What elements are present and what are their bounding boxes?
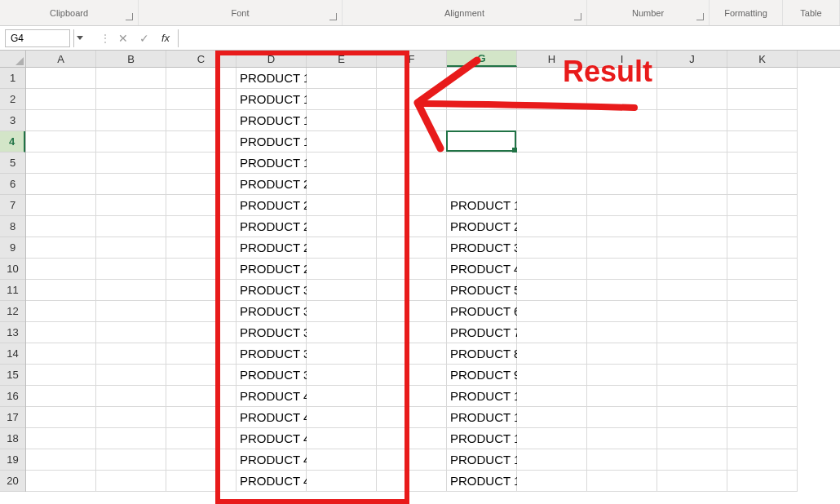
cell[interactable] [377, 174, 447, 195]
cell[interactable] [96, 471, 166, 492]
row-header[interactable]: 10 [0, 259, 25, 280]
cell[interactable] [377, 449, 447, 471]
cell[interactable] [517, 110, 587, 131]
cell[interactable] [166, 343, 237, 365]
cell[interactable] [307, 195, 377, 216]
cell[interactable] [377, 131, 447, 153]
cell[interactable] [517, 280, 587, 301]
cell[interactable] [727, 280, 798, 301]
cell[interactable] [727, 195, 798, 216]
cell[interactable] [517, 449, 587, 471]
cell[interactable] [96, 237, 166, 259]
cell[interactable] [517, 174, 587, 195]
cell[interactable] [26, 259, 96, 280]
cell[interactable]: PRODUCT 2 [237, 216, 307, 237]
cell[interactable] [307, 216, 377, 237]
cell[interactable] [96, 280, 166, 301]
cell[interactable] [96, 131, 166, 153]
cell[interactable]: PRODUCT 11 [447, 407, 517, 428]
cell[interactable] [96, 259, 166, 280]
cell[interactable] [166, 449, 237, 471]
cell[interactable] [727, 343, 798, 365]
cell[interactable] [517, 428, 587, 449]
cell[interactable] [517, 259, 587, 280]
cell[interactable] [517, 153, 587, 174]
cell[interactable] [377, 365, 447, 386]
cell[interactable] [727, 301, 798, 322]
cell[interactable]: PRODUCT 2 [237, 259, 307, 280]
cell[interactable] [587, 110, 657, 131]
column-header[interactable]: G [447, 51, 517, 67]
cell[interactable]: PRODUCT 13 [447, 449, 517, 471]
cancel-button[interactable]: ✕ [114, 29, 132, 47]
cell[interactable] [727, 131, 798, 153]
cell[interactable] [587, 131, 657, 153]
ribbon-group-clipboard[interactable]: Clipboard [0, 0, 139, 25]
cell[interactable]: PRODUCT 14 [447, 471, 517, 492]
cell[interactable]: PRODUCT 1 [237, 153, 307, 174]
cell[interactable] [307, 343, 377, 365]
row-header[interactable]: 19 [0, 449, 25, 471]
cell[interactable] [166, 153, 237, 174]
cell[interactable] [96, 153, 166, 174]
cell[interactable]: PRODUCT 4 [237, 449, 307, 471]
cell[interactable] [307, 68, 377, 89]
column-header[interactable]: F [377, 51, 447, 67]
cell[interactable] [166, 471, 237, 492]
cell[interactable]: PRODUCT 1 [237, 68, 307, 89]
column-header[interactable]: D [237, 51, 307, 67]
row-header[interactable]: 5 [0, 153, 25, 174]
cell[interactable] [26, 343, 96, 365]
cell[interactable]: PRODUCT 6 [447, 301, 517, 322]
cell[interactable] [377, 407, 447, 428]
row-header[interactable]: 15 [0, 365, 25, 386]
cell[interactable] [657, 343, 727, 365]
cell[interactable] [166, 259, 237, 280]
cell[interactable] [26, 322, 96, 343]
cell[interactable] [96, 110, 166, 131]
cell[interactable] [727, 428, 798, 449]
cell[interactable] [166, 131, 237, 153]
cell[interactable] [727, 471, 798, 492]
cell[interactable] [26, 237, 96, 259]
cell[interactable] [587, 407, 657, 428]
cell[interactable] [587, 68, 657, 89]
cell[interactable]: PRODUCT 9 [447, 365, 517, 386]
cell[interactable]: PRODUCT 10 [447, 386, 517, 407]
ribbon-group-formatting[interactable]: Formatting [710, 0, 783, 25]
cell[interactable] [587, 386, 657, 407]
cell[interactable] [307, 174, 377, 195]
cell[interactable] [517, 131, 587, 153]
cell[interactable] [96, 195, 166, 216]
cell[interactable] [517, 322, 587, 343]
formula-bar-input[interactable] [178, 29, 840, 47]
cell[interactable] [727, 449, 798, 471]
cell[interactable] [727, 386, 798, 407]
cell[interactable] [377, 428, 447, 449]
cell[interactable]: PRODUCT 7 [447, 322, 517, 343]
cell[interactable] [307, 153, 377, 174]
cell[interactable] [517, 195, 587, 216]
cell[interactable] [377, 301, 447, 322]
cell[interactable] [166, 174, 237, 195]
cell[interactable] [657, 153, 727, 174]
cell[interactable]: PRODUCT 8 [447, 343, 517, 365]
cell[interactable] [517, 301, 587, 322]
cell[interactable]: PRODUCT 3 [237, 322, 307, 343]
cell[interactable] [447, 89, 517, 110]
cell[interactable]: PRODUCT 4 [237, 407, 307, 428]
cell[interactable] [166, 280, 237, 301]
cell[interactable] [166, 428, 237, 449]
cell[interactable] [307, 407, 377, 428]
cell[interactable] [377, 237, 447, 259]
cell[interactable] [26, 174, 96, 195]
row-header[interactable]: 6 [0, 174, 25, 195]
cell[interactable]: PRODUCT 3 [237, 301, 307, 322]
cell[interactable] [377, 68, 447, 89]
cell[interactable] [657, 174, 727, 195]
cell[interactable] [517, 407, 587, 428]
column-header[interactable]: E [307, 51, 377, 67]
cell[interactable] [307, 365, 377, 386]
cell[interactable] [657, 89, 727, 110]
cell[interactable] [96, 407, 166, 428]
